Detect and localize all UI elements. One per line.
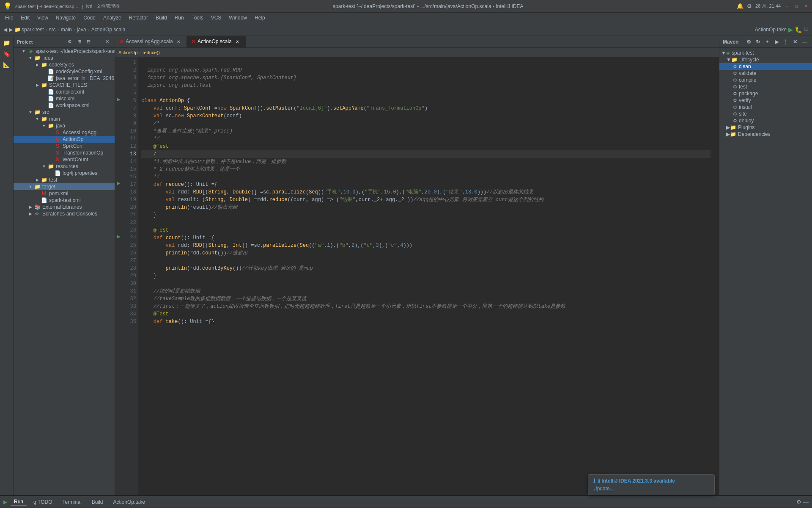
maven-item-site[interactable]: ⚙ site <box>719 110 812 117</box>
window-tab-ied[interactable]: ied · 文件管理器 <box>86 3 120 9</box>
window-tab[interactable]: spark-test [~/IdeaProjects/sp... <box>15 4 78 9</box>
window-tab-2[interactable]: | <box>82 4 83 9</box>
debug-btn[interactable]: 🐛 <box>795 26 802 33</box>
gutter-run-count[interactable]: ▶ <box>115 232 123 240</box>
maven-item-validate[interactable]: ⚙ validate <box>719 70 812 77</box>
menu-window[interactable]: Window <box>225 14 250 22</box>
run-coverage-btn[interactable]: 🛡 <box>804 27 809 33</box>
maven-settings-btn[interactable]: ⚙ <box>744 38 753 46</box>
panel-collapse-btn[interactable]: ⊟ <box>84 38 93 46</box>
breadcrumb-main[interactable]: main <box>61 27 72 33</box>
tree-item-main[interactable]: ▼ 📁 main <box>14 116 115 122</box>
tree-item-sprkconf[interactable]: S SprkConf <box>14 143 115 149</box>
tab-actionop[interactable]: S ActionOp.scala ✕ <box>187 36 246 47</box>
maven-item-project[interactable]: ▼ ◈ spark-test <box>719 50 812 56</box>
menu-analyze[interactable]: Analyze <box>100 14 125 22</box>
breadcrumb-class[interactable]: ActionOp <box>118 50 137 55</box>
tree-item-workspace-xml[interactable]: 📄 workspace.xml <box>14 102 115 109</box>
tab-close-btn[interactable]: ✕ <box>234 39 240 44</box>
tree-item-actionop[interactable]: S ActionOp <box>14 136 115 143</box>
maven-item-install[interactable]: ⚙ install <box>719 104 812 110</box>
tree-item-sparktest-xml[interactable]: 📄 spark-test.xml <box>14 197 115 204</box>
menu-help[interactable]: Help <box>251 14 269 22</box>
maven-item-compile[interactable]: ⚙ compile <box>719 77 812 83</box>
structure-btn[interactable]: 📐 <box>2 60 12 70</box>
tab-gtodo[interactable]: g:TODO <box>30 498 55 506</box>
minimize-btn[interactable]: ─ <box>784 3 790 9</box>
maven-close-btn[interactable]: ✕ <box>791 38 799 46</box>
nav-forward-btn[interactable]: ▶ <box>9 27 13 33</box>
menu-navigate[interactable]: Navigate <box>52 14 79 22</box>
maven-more-btn[interactable]: ⋮ <box>782 38 790 46</box>
close-btn[interactable]: ✕ <box>803 3 809 9</box>
tree-item-idea[interactable]: ▼ 📁 .idea <box>14 55 115 61</box>
breadcrumb-method[interactable]: reduce() <box>143 50 160 55</box>
editor-scrollbar[interactable] <box>714 57 719 495</box>
run-config-label[interactable]: ActionOp.take <box>755 27 787 33</box>
breadcrumb-file[interactable]: ActionOp.scala <box>91 27 126 33</box>
menu-code[interactable]: Code <box>80 14 99 22</box>
run-btn[interactable]: ▶ <box>788 26 793 33</box>
maven-item-plugins[interactable]: ▶ 📁 Plugins <box>719 124 812 131</box>
menu-run[interactable]: Run <box>171 14 187 22</box>
tab-terminal[interactable]: Terminal <box>59 498 85 506</box>
tree-item-misc-xml[interactable]: 📄 misc.xml <box>14 95 115 102</box>
maven-item-test[interactable]: ⚙ test <box>719 83 812 90</box>
tree-item-transformationop[interactable]: S TransformationOp <box>14 149 115 156</box>
tree-item-pom[interactable]: M pom.xml <box>14 190 115 197</box>
maximize-btn[interactable]: □ <box>793 3 799 9</box>
breadcrumb-java[interactable]: java <box>77 27 86 33</box>
menu-refactor[interactable]: Refactor <box>126 14 151 22</box>
tree-item-javaerror[interactable]: 📝 java_error_in_IDEA_2046.log <box>14 75 115 82</box>
nav-back-btn[interactable]: ◀ <box>3 27 7 33</box>
menu-edit[interactable]: Edit <box>17 14 33 22</box>
maven-item-dependencies[interactable]: ▶ 📁 Dependencies <box>719 131 812 138</box>
bottom-settings-btn[interactable]: ⚙ <box>796 499 801 505</box>
notification-link[interactable]: Update... <box>593 486 614 491</box>
tree-item-scratches[interactable]: ▶ ✏ Scratches and Consoles <box>14 210 115 217</box>
maven-item-lifecycle[interactable]: ▼ 📁 Lifecycle <box>719 56 812 63</box>
tab-run[interactable]: Run <box>11 498 27 506</box>
tree-item-log4j[interactable]: 📄 log4j.properties <box>14 170 115 177</box>
panel-more-btn[interactable]: ⋮ <box>93 38 102 46</box>
tree-item-test[interactable]: ▶ 📁 test <box>14 177 115 183</box>
gutter-run-reduce[interactable]: ▶ <box>115 179 123 187</box>
tree-item-target[interactable]: ▼ 📁 target <box>14 183 115 190</box>
panel-close-btn[interactable]: ✕ <box>103 38 111 46</box>
maven-minimize-btn[interactable]: — <box>800 38 809 46</box>
breadcrumb-project[interactable]: spark-test <box>22 27 44 33</box>
tree-item-scache[interactable]: ▶ 📁 SCACHE_FILES <box>14 82 115 88</box>
run-icon[interactable]: ▶ <box>117 181 121 185</box>
menu-build[interactable]: Build <box>152 14 170 22</box>
notification-icon[interactable]: 🔔 <box>737 3 743 9</box>
run-icon[interactable]: ▶ <box>117 97 121 102</box>
tab-close-btn[interactable]: ✕ <box>176 39 181 44</box>
maven-item-clean[interactable]: ⚙ clean <box>719 63 812 70</box>
tree-item-codestylesconfig[interactable]: 📄 codeStyleConfig.xml <box>14 68 115 75</box>
panel-settings-btn[interactable]: ⚙ <box>66 38 74 46</box>
tree-item-accesslogagg[interactable]: S AccessLogAgg <box>14 129 115 136</box>
menu-view[interactable]: View <box>34 14 52 22</box>
tree-item-codestyles[interactable]: ▶ 📁 codeStyles <box>14 61 115 68</box>
bookmarks-btn[interactable]: 🔖 <box>2 49 12 59</box>
maven-item-deploy[interactable]: ⚙ deploy <box>719 117 812 124</box>
panel-expand-btn[interactable]: ⊞ <box>75 38 83 46</box>
tree-item-root[interactable]: ▼ ◈ spark-test ~/IdeaProjects/spark-test <box>14 48 115 55</box>
tree-item-resources[interactable]: ▼ 📁 resources <box>14 163 115 170</box>
maven-reload-btn[interactable]: ↻ <box>754 38 762 46</box>
breadcrumb-src[interactable]: src <box>49 27 56 33</box>
menu-file[interactable]: File <box>2 14 16 22</box>
maven-run-btn[interactable]: ▶ <box>772 38 781 46</box>
project-panel-btn[interactable]: 📁 <box>2 38 12 48</box>
code-editor[interactable]: import org.apache.spark.rdd.RDD import o… <box>138 57 714 495</box>
maven-add-btn[interactable]: + <box>763 38 771 46</box>
settings-icon[interactable]: ⚙ <box>747 3 752 9</box>
tab-build[interactable]: Build <box>88 498 107 506</box>
menu-vcs[interactable]: VCS <box>208 14 225 22</box>
tree-item-wordcount[interactable]: S WordCount <box>14 156 115 163</box>
tree-item-java[interactable]: ▼ 📁 java <box>14 122 115 129</box>
maven-item-package[interactable]: ⚙ package <box>719 90 812 97</box>
gutter-run-class[interactable]: ▶ <box>115 95 123 103</box>
maven-item-verify[interactable]: ⚙ verify <box>719 97 812 104</box>
tab-accesslogagg[interactable]: S AccessLogAgg.scala ✕ <box>115 36 187 47</box>
